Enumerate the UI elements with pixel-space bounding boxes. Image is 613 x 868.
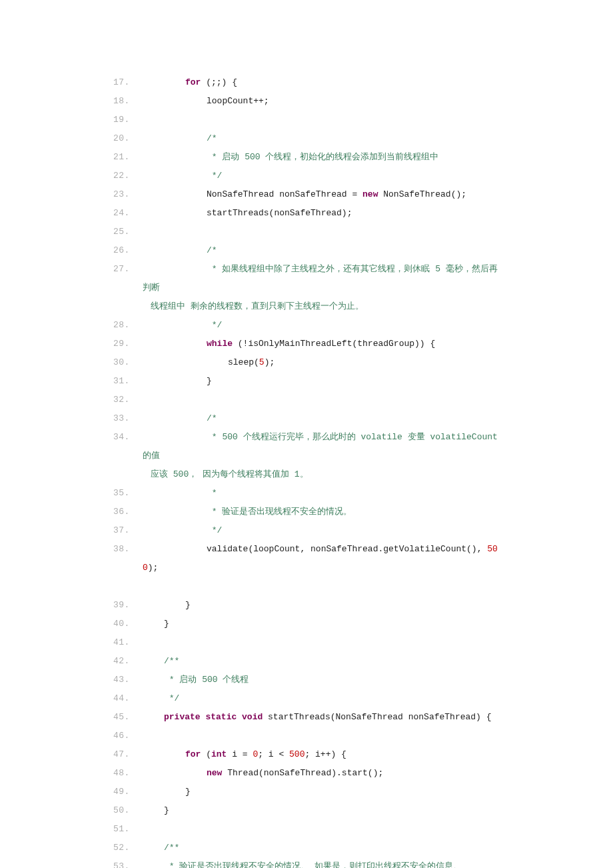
code-segment: validate(loopCount, nonSafeThread.getVol…: [207, 544, 487, 554]
code-line: 53. * 验证是否出现线程不安全的情况。 如果是，则打印出线程不安全的信息。: [113, 857, 503, 868]
code-segment: for: [185, 749, 201, 759]
line-number: 31.: [113, 372, 143, 391]
code-segment: );: [265, 357, 275, 367]
line-number: 49.: [113, 783, 143, 801]
code-line: 52./**: [113, 839, 503, 857]
line-number: 29.: [113, 335, 143, 353]
line-content: * 验证是否出现线程不安全的情况。 如果是，则打印出线程不安全的信息。: [143, 857, 462, 868]
line-number: 23.: [113, 185, 143, 204]
code-segment: Thread(nonSafeThread).start();: [222, 768, 383, 778]
code-line: 29.while (!isOnlyMainThreadLeft(threadGr…: [113, 335, 503, 353]
line-content: * 启动 500 个线程: [143, 671, 249, 689]
code-segment: 500: [289, 749, 305, 759]
code-segment: /*: [207, 413, 217, 423]
code-line: 28. */: [113, 316, 503, 335]
code-segment: * 如果线程组中除了主线程之外，还有其它线程，则休眠 5 毫秒，然后再判断: [143, 264, 498, 293]
code-listing: 17.for (;;) {18.loopCount++;19.20./*21. …: [113, 73, 503, 868]
code-line: 39.}: [113, 596, 503, 615]
line-number: 34.: [113, 428, 143, 447]
code-segment: loopCount++;: [207, 96, 269, 106]
line-number: 52.: [113, 839, 143, 857]
line-content: */: [143, 316, 222, 335]
code-segment: /**: [164, 843, 179, 853]
code-segment: /*: [207, 245, 217, 255]
code-line: 18.loopCount++;: [113, 92, 503, 111]
line-number: 40.: [113, 615, 143, 633]
code-segment: * 验证是否出现线程不安全的情况。 如果是，则打印出线程不安全的信息。: [164, 861, 462, 868]
line-content: }: [143, 801, 169, 820]
code-segment: */: [207, 171, 222, 181]
code-segment: }: [207, 376, 212, 386]
line-number: 43.: [113, 671, 143, 689]
code-line: 25.: [113, 223, 503, 241]
line-content: * 如果线程组中除了主线程之外，还有其它线程，则休眠 5 毫秒，然后再判断: [143, 260, 503, 297]
code-segment: new: [362, 189, 378, 199]
code-segment: NonSafeThread nonSafeThread =: [207, 189, 362, 199]
code-page: 17.for (;;) {18.loopCount++;19.20./*21. …: [0, 0, 613, 868]
line-number: 24.: [113, 204, 143, 223]
code-line: 27. * 如果线程组中除了主线程之外，还有其它线程，则休眠 5 毫秒，然后再判…: [113, 260, 503, 297]
line-number: 42.: [113, 652, 143, 671]
line-content: * 验证是否出现线程不安全的情况。: [143, 503, 352, 521]
line-content: /**: [143, 652, 179, 671]
line-number: 51.: [113, 820, 143, 839]
line-number: 20.: [113, 129, 143, 148]
code-segment: * 验证是否出现线程不安全的情况。: [207, 507, 352, 517]
code-line: 38.validate(loopCount, nonSafeThread.get…: [113, 540, 503, 577]
line-content: NonSafeThread nonSafeThread = new NonSaf…: [143, 185, 466, 204]
code-line: 30.sleep(5);: [113, 353, 503, 372]
code-line: 21. * 启动 500 个线程，初始化的线程会添加到当前线程组中: [113, 148, 503, 167]
line-content: }: [143, 596, 191, 615]
line-content: * 启动 500 个线程，初始化的线程会添加到当前线程组中: [143, 148, 438, 167]
code-line: 36. * 验证是否出现线程不安全的情况。: [113, 503, 503, 521]
code-segment: void: [242, 712, 263, 722]
code-segment: i =: [227, 749, 253, 759]
code-segment: /**: [164, 656, 179, 666]
blank-line: [113, 577, 503, 596]
line-number: 36.: [113, 503, 143, 521]
code-segment: for: [185, 77, 201, 87]
code-line: 41.: [113, 633, 503, 652]
code-segment: */: [164, 693, 179, 703]
code-line: 19.: [113, 111, 503, 129]
line-number: 37.: [113, 521, 143, 540]
line-content: */: [143, 167, 222, 185]
code-segment: */: [207, 320, 222, 330]
line-number: 18.: [113, 92, 143, 111]
code-line: 45.private static void startThreads(NonS…: [113, 708, 503, 727]
code-segment: * 500 个线程运行完毕，那么此时的 volatile 变量 volatile…: [143, 432, 503, 461]
line-content: while (!isOnlyMainThreadLeft(threadGroup…: [143, 335, 435, 353]
code-segment: ; i++) {: [305, 749, 346, 759]
code-segment: );: [148, 563, 159, 573]
line-number: 32.: [113, 391, 143, 409]
line-number: 45.: [113, 708, 143, 727]
line-number: 26.: [113, 241, 143, 260]
line-content-wrap: 线程组中 剩余的线程数，直到只剩下主线程一个为止。: [143, 297, 364, 316]
code-segment: NonSafeThread();: [378, 189, 466, 199]
code-segment: (: [201, 749, 211, 759]
code-segment: ; i <: [258, 749, 289, 759]
line-content: *: [143, 484, 217, 503]
code-line: 20./*: [113, 129, 503, 148]
code-line: 17.for (;;) {: [113, 73, 503, 92]
code-line: 47.for (int i = 0; i < 500; i++) {: [113, 745, 503, 764]
line-number: 53.: [113, 857, 143, 868]
line-content: for (;;) {: [143, 73, 237, 92]
line-content: sleep(5);: [143, 353, 275, 372]
code-line: 37. */: [113, 521, 503, 540]
line-number: 19.: [113, 111, 143, 129]
line-content: /*: [143, 241, 217, 260]
code-line: 24.startThreads(nonSafeThread);: [113, 204, 503, 223]
code-line: 34. * 500 个线程运行完毕，那么此时的 volatile 变量 vola…: [113, 428, 503, 465]
code-segment: }: [164, 619, 169, 629]
code-segment: startThreads(nonSafeThread);: [207, 208, 352, 218]
code-segment: while: [207, 339, 233, 349]
code-line: 33./*: [113, 409, 503, 428]
line-number: 39.: [113, 596, 143, 615]
line-content: /*: [143, 129, 217, 148]
code-segment: * 启动 500 个线程，初始化的线程会添加到当前线程组中: [207, 152, 438, 162]
code-segment: }: [164, 805, 169, 815]
line-content: startThreads(nonSafeThread);: [143, 204, 352, 223]
code-segment: [237, 712, 242, 722]
code-segment: }: [185, 600, 191, 610]
